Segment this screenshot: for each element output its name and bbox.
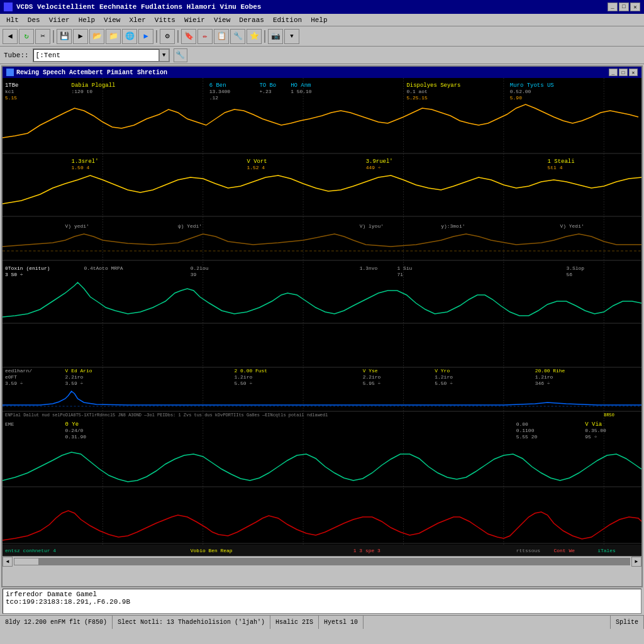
close-button[interactable]: ✕ (630, 3, 640, 11)
menu-wieir[interactable]: Wieir (180, 16, 209, 25)
svg-text:0.1100: 0.1100 (516, 428, 535, 433)
menu-view1[interactable]: View (100, 16, 124, 25)
menu-xler[interactable]: Xler (125, 16, 149, 25)
arrow-button[interactable]: ▶ (73, 29, 88, 44)
svg-text:39: 39 (191, 272, 197, 277)
refresh-button[interactable]: ↻ (19, 29, 34, 44)
globe-button[interactable]: 🌐 (122, 29, 137, 44)
svg-text:1 3 spe  3: 1 3 spe 3 (353, 548, 380, 553)
star-button[interactable]: ⭐ (247, 29, 262, 44)
scroll-thumb[interactable] (14, 558, 39, 565)
svg-rect-92 (3, 545, 641, 556)
svg-text:V) yedi': V) yedi' (65, 223, 89, 229)
tube-action-button[interactable]: 🔧 (174, 48, 187, 62)
svg-text:1.52 4: 1.52 4 (247, 165, 265, 170)
svg-text:Dabia Plogall: Dabia Plogall (72, 82, 116, 89)
menu-vitts[interactable]: Vitts (151, 16, 179, 25)
tube-label: Tube:: (4, 52, 29, 59)
svg-text:V  Ed Ario: V Ed Ario (65, 368, 92, 374)
minimize-button[interactable]: _ (608, 3, 618, 11)
svg-text:1.2iro: 1.2iro (435, 374, 453, 380)
svg-rect-0 (3, 78, 641, 556)
back-button[interactable]: ◀ (3, 29, 18, 44)
menu-help2[interactable]: Help (307, 16, 331, 25)
toolbar-sep4 (264, 30, 265, 43)
svg-text:5tl 4: 5tl 4 (548, 165, 563, 170)
scroll-left-button[interactable]: ◀ (3, 557, 13, 567)
menu-view2[interactable]: View (210, 16, 234, 25)
status-item-2: Slect Notli: 13 Thadehiolision ('ljah') (113, 616, 270, 629)
svg-text:1.2iro: 1.2iro (535, 374, 553, 380)
window-controls: _ □ ✕ (608, 3, 640, 11)
menu-viier[interactable]: Viier (45, 16, 74, 25)
tube-input[interactable]: [:Tent (33, 49, 159, 62)
svg-text:1.50 4: 1.50 4 (72, 165, 90, 170)
menu-deraas[interactable]: Deraas (235, 16, 268, 25)
main-chart: 1TBe kc1 5.15 Dabia Plogall :120 t0 6 Be… (3, 78, 641, 556)
svg-text:BR50: BR50 (604, 413, 614, 418)
sub-window-controls: _ □ ✕ (609, 69, 638, 76)
save-button[interactable]: 💾 (57, 29, 72, 44)
maximize-button[interactable]: □ (619, 3, 629, 11)
svg-text:kc1: kc1 (5, 89, 14, 94)
tube-dropdown[interactable]: ▼ (159, 49, 169, 62)
horizontal-scrollbar[interactable]: ◀ ▶ (3, 556, 641, 566)
toolbar: ◀ ↻ ✂ 💾 ▶ 📂 📁 🌐 ▶ ⚙ 🔖 ✏ 📋 🔧 ⭐ 📷 ▼ (0, 26, 644, 47)
settings-button[interactable]: ⚙ (160, 29, 175, 44)
drop-btn[interactable]: ▼ (284, 29, 299, 44)
svg-text:0.52.00: 0.52.00 (510, 89, 531, 94)
status-item-3: Hsalic 2IS (270, 616, 319, 629)
svg-text:7l: 7l (397, 272, 404, 277)
menu-hlt[interactable]: Hlt (3, 16, 23, 25)
status-item-4: Hyetsl 10 (319, 616, 364, 629)
status-item-5 (364, 616, 611, 629)
svg-text:rttssous: rttssous (516, 548, 540, 553)
scroll-track[interactable] (14, 558, 630, 565)
app-icon (4, 3, 13, 11)
pencil-button[interactable]: ✏ (197, 29, 213, 44)
tool-button[interactable]: 🔧 (230, 29, 245, 44)
folder-open-button[interactable]: 📂 (89, 29, 104, 44)
sub-title-bar: Rewing Speech Actembert Pimiant Shretion… (3, 67, 641, 78)
info-line1: irferedor Damate Gamel (6, 591, 638, 598)
sub-maximize-button[interactable]: □ (619, 69, 628, 76)
menu-help1[interactable]: Help (75, 16, 99, 25)
svg-text:1 Siu: 1 Siu (397, 265, 413, 271)
svg-text:.12: .12 (209, 95, 219, 101)
svg-text:entsz conhnetur 4: entsz conhnetur 4 (5, 548, 56, 553)
sub-close-button[interactable]: ✕ (629, 69, 638, 76)
svg-text:5.15: 5.15 (5, 95, 17, 101)
toolbar-sep2 (156, 30, 157, 43)
svg-text:TO Bo: TO Bo (259, 82, 276, 89)
svg-text:0.1 aot: 0.1 aot (406, 89, 427, 94)
svg-text:+.23: +.23 (259, 89, 271, 94)
folder-button[interactable]: 📁 (106, 29, 121, 44)
bookmark-button[interactable]: 🔖 (181, 29, 196, 44)
arrow-right-button[interactable]: ▶ (138, 29, 153, 44)
svg-text:y):3moi': y):3moi' (441, 223, 465, 229)
svg-text:5.95 ÷: 5.95 ÷ (363, 380, 381, 386)
svg-text:V Vort: V Vort (247, 158, 267, 165)
svg-text:1.3srel': 1.3srel' (72, 158, 99, 165)
svg-text:2.2iro: 2.2iro (363, 374, 381, 380)
svg-text::120 t0: :120 t0 (72, 89, 93, 94)
menu-edition[interactable]: Edition (269, 16, 306, 25)
scroll-right-button[interactable]: ▶ (631, 557, 641, 567)
info-line2: tco:199:23183:18.291,.F6.20.9B (6, 598, 638, 606)
svg-text:HO Anm: HO Anm (291, 82, 311, 89)
menu-des[interactable]: Des (24, 16, 44, 25)
svg-text:1.2iro: 1.2iro (235, 374, 253, 380)
sub-minimize-button[interactable]: _ (609, 69, 618, 76)
svg-text:3.59 ÷: 3.59 ÷ (65, 380, 84, 386)
scissors-button[interactable]: ✂ (35, 29, 50, 44)
svg-text:0 Ye: 0 Ye (65, 421, 79, 428)
svg-text:3 S0 ÷: 3 S0 ÷ (5, 272, 23, 277)
svg-text:3.9ruel': 3.9ruel' (366, 158, 393, 165)
camera-button[interactable]: 📷 (268, 29, 283, 44)
status-item-6: Splite (611, 616, 644, 629)
svg-text:2.2iro: 2.2iro (65, 374, 84, 380)
info-bar: irferedor Damate Gamel tco:199:23183:18.… (3, 589, 641, 614)
copy-button[interactable]: 📋 (214, 29, 229, 44)
svg-text:0.2lou: 0.2lou (191, 265, 209, 271)
svg-text:V Via: V Via (585, 421, 602, 428)
